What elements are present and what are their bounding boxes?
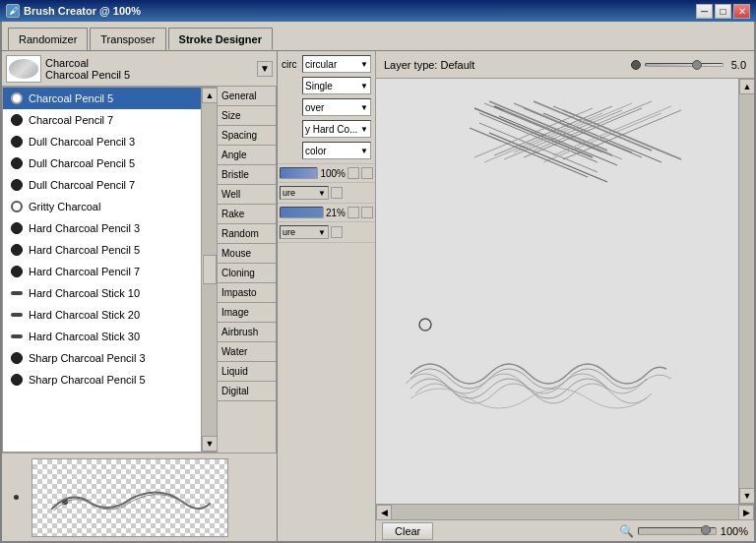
- canvas-circle-marker: [419, 319, 431, 331]
- props-panel: circ circular ▼ Single ▼ over ▼: [278, 51, 376, 541]
- list-scrollbar[interactable]: ▲ ▼: [201, 88, 217, 452]
- tab-randomizer[interactable]: Randomizer: [8, 28, 88, 50]
- brush-list-item-4[interactable]: Dull Charcoal Pencil 7: [3, 174, 217, 196]
- texture-select-2[interactable]: ure ▼: [280, 225, 329, 239]
- brush-item-icon-8: [9, 264, 25, 279]
- brush-list-item-12[interactable]: Sharp Charcoal Pencil 3: [3, 347, 217, 369]
- zoom-value: 100%: [721, 525, 748, 537]
- brush-list-item-9[interactable]: Hard Charcoal Stick 10: [3, 282, 217, 304]
- nav-angle[interactable]: Angle: [218, 146, 276, 165]
- checkbox-2a[interactable]: [347, 207, 359, 218]
- nav-spacing[interactable]: Spacing: [218, 126, 276, 146]
- layer-slider-track[interactable]: [645, 63, 724, 67]
- close-button[interactable]: ✕: [733, 4, 750, 19]
- brush-list-item-10[interactable]: Hard Charcoal Stick 20: [3, 304, 217, 326]
- nav-random[interactable]: Random: [218, 224, 276, 244]
- brush-dropdown-arrow[interactable]: ▼: [257, 61, 273, 77]
- title-bar: 🖌 Brush Creator @ 100% ─ □ ✕: [0, 0, 756, 22]
- tab-stroke-designer[interactable]: Stroke Designer: [168, 28, 273, 50]
- brush-thumb-image: [9, 59, 38, 79]
- maximize-button[interactable]: □: [715, 4, 731, 19]
- clear-button[interactable]: Clear: [382, 522, 433, 540]
- slider-row-2: 21%: [278, 204, 375, 222]
- brush-item-icon-6: [9, 220, 25, 236]
- brush-list-item-8[interactable]: Hard Charcoal Pencil 7: [3, 261, 217, 282]
- brush-item-icon-7: [9, 242, 25, 258]
- nav-liquid[interactable]: Liquid: [218, 362, 276, 382]
- tab-transposer[interactable]: Transposer: [90, 28, 165, 50]
- nav-cloning[interactable]: Cloning: [218, 264, 276, 283]
- brush-list-item-5[interactable]: Gritty Charcoal: [3, 196, 217, 217]
- zoom-slider[interactable]: [638, 527, 717, 535]
- stroke-group-2: [406, 364, 671, 408]
- right-panel: Layer type: Default 5.0: [376, 51, 754, 541]
- scroll-up-arrow[interactable]: ▲: [202, 88, 218, 103]
- stroke-group-1: [470, 101, 681, 182]
- slider-2-boxes: [347, 207, 373, 218]
- scroll-up[interactable]: ▲: [739, 79, 754, 94]
- brush-item-icon-10: [9, 307, 25, 323]
- scroll-left[interactable]: ◀: [376, 505, 392, 520]
- nav-airbrush[interactable]: Airbrush: [218, 323, 276, 342]
- slider-2[interactable]: [280, 207, 324, 218]
- minimize-button[interactable]: ─: [696, 4, 713, 19]
- brush-item-icon-9: [9, 285, 25, 301]
- scroll-right[interactable]: ▶: [738, 505, 754, 520]
- nav-bristle[interactable]: Bristle: [218, 165, 276, 185]
- canvas-scrollbar-h: ◀ ▶: [376, 504, 754, 519]
- prop-select-4[interactable]: y Hard Co... ▼: [302, 120, 371, 138]
- canvas-area[interactable]: [376, 79, 738, 504]
- brush-list-item-0[interactable]: Charcoal Pencil 5: [3, 88, 217, 109]
- slider-1[interactable]: [280, 167, 318, 179]
- checkbox-2b[interactable]: [361, 207, 373, 218]
- scroll-down-arrow[interactable]: ▼: [202, 436, 218, 452]
- nav-image[interactable]: Image: [218, 303, 276, 323]
- brush-item-icon-11: [9, 329, 25, 344]
- zoom-slider-thumb[interactable]: [701, 525, 711, 535]
- brush-list-item-3[interactable]: Dull Charcoal Pencil 5: [3, 152, 217, 174]
- brush-list-item-6[interactable]: Hard Charcoal Pencil 3: [3, 217, 217, 239]
- checkbox-tex2[interactable]: [331, 226, 343, 238]
- scroll-down[interactable]: ▼: [739, 488, 754, 504]
- scroll-thumb[interactable]: [203, 255, 217, 284]
- nav-mouse[interactable]: Mouse: [218, 244, 276, 264]
- texture-select-1[interactable]: ure ▼: [280, 186, 329, 200]
- brush-list-item-7[interactable]: Hard Charcoal Pencil 5: [3, 239, 217, 261]
- tab-bar: Randomizer Transposer Stroke Designer: [2, 22, 754, 51]
- nav-size[interactable]: Size: [218, 106, 276, 126]
- brush-list[interactable]: Charcoal Pencil 5 Charcoal Pencil 7: [2, 87, 218, 452]
- texture-row-1: ure ▼: [278, 183, 375, 204]
- nav-water[interactable]: Water: [218, 342, 276, 362]
- brush-list-item-2[interactable]: Dull Charcoal Pencil 3: [3, 131, 217, 152]
- brush-item-icon-13: [9, 372, 25, 388]
- checkbox-1a[interactable]: [347, 167, 359, 179]
- brush-list-item-1[interactable]: Charcoal Pencil 7: [3, 109, 217, 131]
- prop-label-1: circ: [282, 59, 297, 70]
- preview-dot-icon: [6, 488, 26, 508]
- brush-info: Charcoal Charcoal Pencil 5: [45, 57, 257, 81]
- brush-header: Charcoal Charcoal Pencil 5 ▼: [2, 51, 277, 87]
- checkbox-tex1[interactable]: [331, 187, 343, 199]
- scroll-track-up: [202, 103, 217, 255]
- brush-list-item-11[interactable]: Hard Charcoal Stick 30: [3, 326, 217, 347]
- prop-select-1[interactable]: circular ▼: [302, 55, 371, 73]
- nav-general[interactable]: General: [218, 87, 276, 106]
- brush-list-item-13[interactable]: Sharp Charcoal Pencil 5: [3, 369, 217, 391]
- left-main-area: Charcoal Pencil 5 Charcoal Pencil 7: [2, 87, 277, 452]
- checkbox-1b[interactable]: [361, 167, 373, 179]
- brush-item-icon-1: [9, 112, 25, 128]
- prop-select-5[interactable]: color ▼: [302, 142, 371, 159]
- prop-select-3[interactable]: over ▼: [302, 98, 371, 116]
- scroll-track-down: [202, 284, 217, 436]
- window-controls: ─ □ ✕: [696, 4, 750, 19]
- layer-slider-thumb[interactable]: [692, 60, 702, 70]
- slider-2-value: 21%: [326, 208, 346, 218]
- nav-well[interactable]: Well: [218, 185, 276, 205]
- brush-stroke-svg: [32, 459, 215, 536]
- prop-select-2[interactable]: Single ▼: [302, 77, 371, 94]
- nav-rake[interactable]: Rake: [218, 205, 276, 224]
- nav-impasto[interactable]: Impasto: [218, 283, 276, 303]
- zoom-icon: 🔍: [619, 524, 634, 538]
- scroll-track-v: [739, 94, 754, 488]
- nav-digital[interactable]: Digital: [218, 382, 276, 401]
